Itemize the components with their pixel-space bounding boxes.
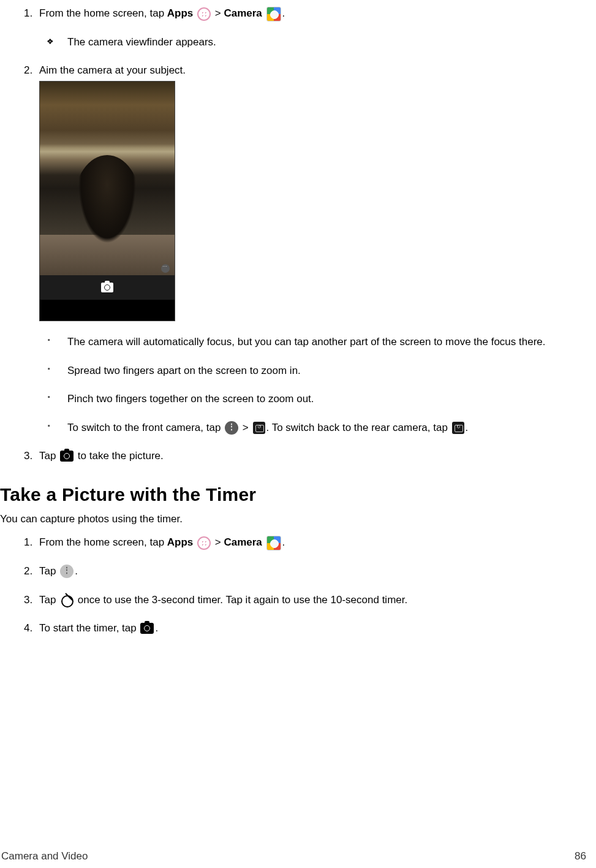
shutter-icon [60, 451, 74, 462]
overflow-menu-icon [225, 421, 238, 435]
tip-zoom-out: Pinch two fingers together on the screen… [61, 392, 586, 407]
viewfinder-subject [74, 155, 141, 253]
apps-icon [197, 7, 211, 21]
viewfinder-menu-icon [161, 264, 170, 273]
text: To switch to the front camera, tap [67, 422, 224, 433]
shutter-icon [140, 623, 154, 634]
step-3: Tap to take the picture. [36, 449, 586, 464]
apps-label: Apps [167, 536, 194, 548]
camera-label: Camera [224, 7, 262, 19]
tips-list: The camera will automatically focus, but… [39, 335, 586, 436]
tip-autofocus: The camera will automatically focus, but… [61, 335, 586, 350]
separator: > [240, 422, 251, 433]
period: . [466, 422, 469, 433]
viewfinder-screenshot [39, 81, 175, 321]
section-heading-timer: Take a Picture with the Timer [0, 481, 586, 508]
text: Tap [39, 450, 59, 462]
text: Aim the camera at your subject. [39, 64, 186, 76]
instruction-list-2: From the home screen, tap Apps > Camera … [0, 535, 586, 636]
period: . [282, 536, 285, 548]
timer-step-2: Tap . [36, 564, 586, 579]
period: . [282, 7, 285, 19]
overflow-menu-light-icon [60, 565, 74, 578]
switch-to-rear-camera-icon [452, 422, 464, 434]
apps-label: Apps [167, 7, 194, 19]
text: to take the picture. [75, 450, 164, 462]
section-lead: You can capture photos using the timer. [0, 512, 586, 527]
tip-zoom-in: Spread two fingers apart on the screen t… [61, 364, 586, 379]
footer-section-title: Camera and Video [1, 849, 88, 864]
text: Tap [39, 565, 59, 577]
camera-app-icon [266, 536, 281, 550]
step-2: Aim the camera at your subject. The came… [36, 63, 586, 435]
timer-step-4: To start the timer, tap . [36, 621, 586, 636]
text: Tap [39, 594, 59, 606]
camera-label: Camera [224, 536, 262, 548]
apps-icon [197, 536, 211, 550]
separator: > [212, 536, 224, 548]
separator: > [212, 7, 224, 19]
camera-app-icon [266, 7, 281, 21]
text: To start the timer, tap [39, 622, 139, 634]
text: From the home screen, tap [39, 7, 167, 19]
text: From the home screen, tap [39, 536, 167, 548]
text: once to use the 3-second timer. Tap it a… [75, 594, 407, 606]
timer-step-3: Tap once to use the 3-second timer. Tap … [36, 593, 586, 608]
step-1: From the home screen, tap Apps > Camera … [36, 6, 586, 50]
result-item: The camera viewfinder appears. [61, 35, 586, 50]
timer-off-icon [60, 593, 74, 607]
result-list: The camera viewfinder appears. [39, 35, 586, 50]
switch-to-front-camera-icon [253, 422, 265, 434]
instruction-list-1: From the home screen, tap Apps > Camera … [0, 6, 586, 464]
viewfinder-navbar [40, 300, 175, 321]
timer-step-1: From the home screen, tap Apps > Camera … [36, 535, 586, 550]
text: . To switch back to the rear camera, tap [266, 422, 451, 433]
page-footer: Camera and Video 86 [0, 849, 586, 864]
period: . [75, 565, 78, 577]
viewfinder-shutter-icon [101, 283, 113, 292]
footer-page-number: 86 [575, 849, 586, 864]
period: . [155, 622, 158, 634]
tip-switch-camera: To switch to the front camera, tap > . T… [61, 421, 586, 436]
viewfinder-toolbar [40, 275, 175, 300]
